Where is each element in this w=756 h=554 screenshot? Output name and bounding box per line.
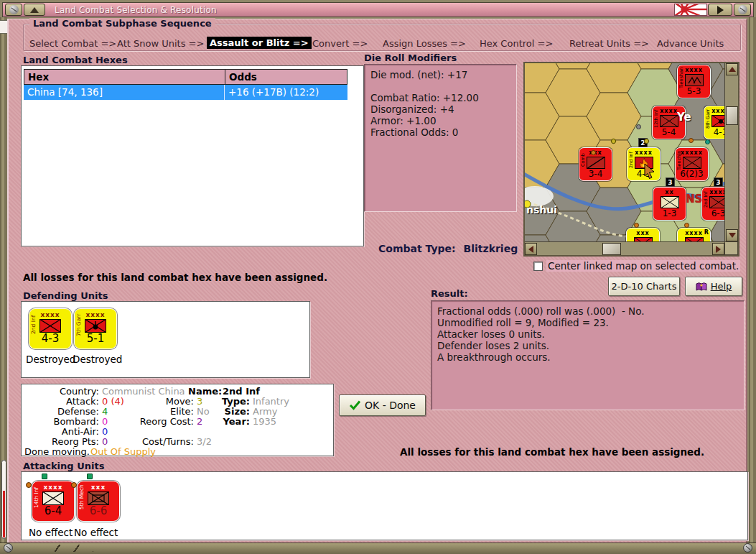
horizontal-scroll-thumb[interactable] <box>602 243 621 255</box>
scroll-left-button[interactable] <box>525 243 537 255</box>
ok-done-button[interactable]: OK - Done <box>339 394 426 416</box>
unit-side-label: 2nd Inf <box>30 310 37 339</box>
unit-side-label: 8th Garr <box>705 108 711 129</box>
type-value: Infantry <box>253 397 289 407</box>
map-vertical-scrollbar[interactable] <box>724 63 738 241</box>
garrison-symbol <box>711 115 725 127</box>
window-knob-button-right[interactable] <box>734 4 751 16</box>
column-header-hex: Hex <box>24 69 225 85</box>
size-label: Size: <box>210 407 250 417</box>
status-dot <box>689 138 694 143</box>
unit-size: xxx <box>636 230 649 236</box>
scroll-down-button[interactable] <box>726 229 738 241</box>
cost-turns-label: Cost/Turns: <box>122 437 194 447</box>
window-knob-button[interactable] <box>5 4 22 16</box>
game-window: Land Combat Selection & Resolution <box>0 0 756 554</box>
window-frame-bottom <box>0 543 756 554</box>
step-convert: Convert => <box>312 38 368 49</box>
unit-side-label: 7th Garr <box>75 310 82 339</box>
attack-value: 0 (4) <box>102 397 124 407</box>
help-button[interactable]: Help <box>685 277 742 296</box>
unit-strength: 6-3 <box>711 208 724 218</box>
bombard-label: Bombard: <box>24 417 99 427</box>
unit-side-label <box>678 230 685 241</box>
place-name: nshui <box>526 204 557 216</box>
charts-button[interactable]: 2-D-10 Charts <box>608 277 680 296</box>
attacking-unit-counter[interactable]: 14th Inf xxxx 6-4 <box>32 481 75 522</box>
subphase-sequence-group: Land Combat Subphase Sequence Select Com… <box>23 24 741 51</box>
unit-counter[interactable]: 2nd Inf xxxx 6-3 <box>701 187 724 221</box>
unit-status: Destroyed <box>26 354 75 365</box>
result-line: Defender loses 2 units. <box>437 340 738 351</box>
unit-counter[interactable]: 8th Garr xxxx 4-1 <box>704 106 724 139</box>
title-bar: Land Combat Selection & Resolution <box>2 2 754 17</box>
mini-map: Tienshan xxxx 5-3 12th Inf xxxx 5-4 8th … <box>523 62 739 257</box>
unit-status: No effect <box>29 527 73 538</box>
vertical-scroll-thumb[interactable] <box>726 106 738 125</box>
result-panel: Fractional odds (.000) roll was (.000) -… <box>431 300 745 410</box>
status-dot <box>42 474 47 479</box>
modifier-line: Fractional Odds: 0 <box>370 126 510 138</box>
type-label: Type: <box>210 397 250 407</box>
window-frame-right <box>749 17 756 554</box>
unit-side-label <box>654 189 661 211</box>
unit-side-label: Comb Cav <box>580 149 587 171</box>
unit-size: xxxx <box>709 189 724 195</box>
name-label: Name: <box>188 387 222 397</box>
hexes-list-title: Land Combat Hexes <box>23 55 128 65</box>
scroll-up-button[interactable] <box>726 63 738 75</box>
unit-counter[interactable]: xxx <box>626 228 660 241</box>
modifier-line <box>370 80 510 92</box>
hatch-decoration <box>50 545 93 552</box>
status-dot <box>71 482 77 488</box>
reorg-pts-label: Reorg Pts: <box>24 437 99 447</box>
unit-counter[interactable]: Tienshan xxxx 5-3 <box>677 65 711 98</box>
result-line: Attacker loses 0 units. <box>437 328 738 340</box>
unit-side-label: 5th Mech <box>78 483 85 512</box>
infantry-symbol <box>709 196 725 208</box>
attack-label: Attack: <box>24 397 99 407</box>
center-map-checkbox[interactable] <box>533 262 543 271</box>
dialog-content: Land Combat Subphase Sequence Select Com… <box>7 19 747 543</box>
scroll-right-button[interactable] <box>712 243 724 255</box>
mechanized-symbol <box>88 491 109 505</box>
screw-icon <box>738 5 747 14</box>
unit-counter[interactable]: xxxx R <box>677 228 711 241</box>
unit-strength: 6-4 <box>45 505 62 517</box>
country-label: Country: <box>24 387 99 397</box>
step-advance-units: Advance Units <box>657 38 724 49</box>
attacking-unit-counter[interactable]: 5th Mech xxx 6-6 <box>77 481 120 522</box>
unit-counter[interactable]: xx 1-3 <box>653 187 686 221</box>
cavalry-symbol <box>587 157 605 169</box>
attacking-units-title: Attacking Units <box>23 461 104 471</box>
window-close-button[interactable] <box>708 4 732 16</box>
center-map-checkbox-label[interactable]: Center linked map on selected combat. <box>546 260 740 272</box>
window-minimize-button[interactable] <box>24 4 45 16</box>
unit-tag: R <box>704 229 709 236</box>
column-header-odds: Odds <box>225 69 347 85</box>
hexes-list: Hex Odds China [74, 136] +16 (+17B) (12:… <box>21 65 364 246</box>
hex-row-selected[interactable]: China [74, 136] +16 (+17B) (12:2) <box>24 85 347 100</box>
book-icon <box>696 282 707 292</box>
defending-unit-counter[interactable]: 7th Garr xxxx 5-1 <box>74 308 117 349</box>
anti-air-label: Anti-Air: <box>24 427 99 437</box>
modifiers-title: Die Roll Modifiers <box>364 52 457 63</box>
help-button-label: Help <box>711 281 732 292</box>
status-dot <box>591 150 596 155</box>
step-assault-or-blitz: Assault or Blitz => <box>207 37 312 49</box>
unit-strength: 5-1 <box>87 333 105 345</box>
unit-status: No effect <box>74 527 118 538</box>
map-viewport[interactable]: Tienshan xxxx 5-3 12th Inf xxxx 5-4 8th … <box>525 63 724 241</box>
step-assign-losses: Assign Losses => <box>383 38 466 49</box>
unit-counter[interactable]: Tienchin xxxxx 6(2)3 <box>675 147 709 181</box>
screw-icon <box>743 543 752 553</box>
result-title: Result: <box>431 288 468 299</box>
losses-note-top: All losses for this land combat hex have… <box>23 272 327 283</box>
place-name: NS <box>686 193 702 206</box>
name-value: 2nd Inf <box>223 387 260 397</box>
defending-unit-counter[interactable]: 2nd Inf xxxx 4-3 <box>29 308 72 349</box>
unit-size: xxxx <box>685 230 703 236</box>
map-horizontal-scrollbar[interactable] <box>525 241 724 255</box>
defending-units-title: Defending Units <box>23 290 108 301</box>
step-retreat-units: Retreat Units => <box>569 38 649 49</box>
